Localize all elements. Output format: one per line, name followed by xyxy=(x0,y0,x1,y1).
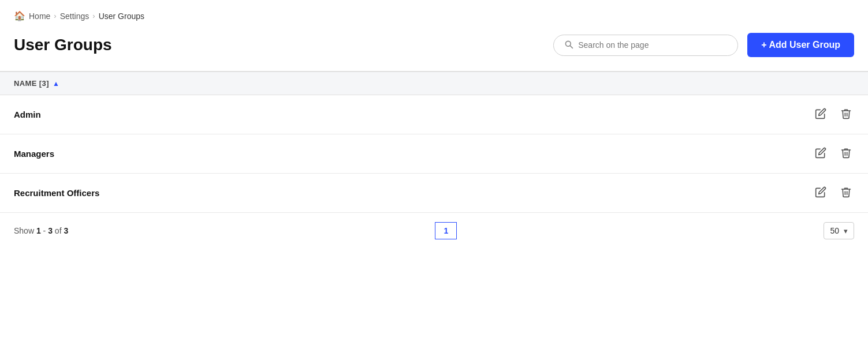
breadcrumb-settings[interactable]: Settings xyxy=(60,12,90,21)
header-actions: + Add User Group xyxy=(553,33,854,57)
page-header: User Groups + Add User Group xyxy=(0,27,868,71)
range-separator: - xyxy=(41,226,48,235)
breadcrumb-separator-1: › xyxy=(54,12,56,20)
row-actions xyxy=(813,106,854,123)
breadcrumb-home[interactable]: Home xyxy=(29,12,50,21)
edit-button[interactable] xyxy=(813,145,829,163)
search-box[interactable] xyxy=(553,35,738,56)
search-icon xyxy=(564,40,573,51)
edit-button[interactable] xyxy=(813,184,829,202)
of-label: of xyxy=(53,226,64,235)
pagination: 1 xyxy=(435,222,457,239)
add-button-label: + Add User Group xyxy=(761,40,840,50)
chevron-down-icon: ▾ xyxy=(844,227,848,235)
home-icon: 🏠 xyxy=(14,10,25,21)
delete-button[interactable] xyxy=(838,106,854,123)
group-name: Managers xyxy=(14,149,54,159)
show-label: Show xyxy=(14,226,36,235)
breadcrumb-current: User Groups xyxy=(99,12,144,21)
group-name: Recruitment Officers xyxy=(14,188,99,198)
range-end: 3 xyxy=(48,226,53,235)
table-footer: Show 1 - 3 of 3 1 50 ▾ xyxy=(0,213,868,249)
group-name: Admin xyxy=(14,110,41,119)
name-column-header[interactable]: NAME [3] ▲ xyxy=(14,79,854,88)
page-size-value: 50 xyxy=(830,226,839,235)
pagination-info: Show 1 - 3 of 3 xyxy=(14,226,68,235)
table-header: NAME [3] ▲ xyxy=(0,72,868,95)
total: 3 xyxy=(64,226,68,235)
page-title: User Groups xyxy=(14,36,112,54)
sort-asc-icon: ▲ xyxy=(53,80,59,88)
delete-button[interactable] xyxy=(838,145,854,163)
row-actions xyxy=(813,145,854,163)
page-1-button[interactable]: 1 xyxy=(435,222,457,239)
add-user-group-button[interactable]: + Add User Group xyxy=(747,33,854,57)
table-row: Admin xyxy=(0,95,868,134)
edit-button[interactable] xyxy=(813,106,829,123)
svg-line-1 xyxy=(570,46,572,48)
user-groups-table: NAME [3] ▲ Admin xyxy=(0,72,868,213)
breadcrumb: 🏠 Home › Settings › User Groups xyxy=(0,0,868,27)
row-actions xyxy=(813,184,854,202)
range-start: 1 xyxy=(36,226,41,235)
table-row: Recruitment Officers xyxy=(0,174,868,213)
search-input[interactable] xyxy=(578,40,727,50)
breadcrumb-separator-2: › xyxy=(92,12,95,20)
page-size-selector[interactable]: 50 ▾ xyxy=(824,222,854,239)
delete-button[interactable] xyxy=(838,184,854,202)
table-row: Managers xyxy=(0,134,868,174)
